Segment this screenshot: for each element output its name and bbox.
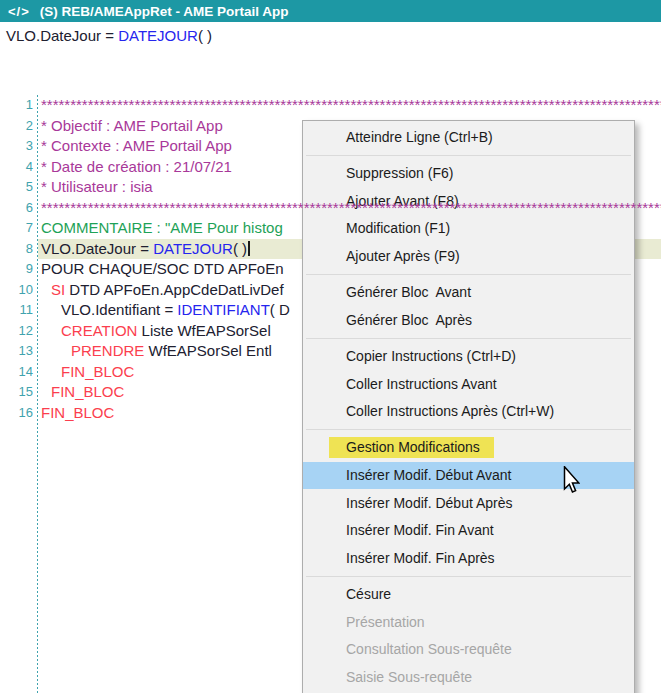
code-segment: FIN_BLOC [41, 404, 114, 421]
menu-item-inserer-modif-debut-apres[interactable]: Insérer Modif. Début Après [303, 489, 634, 517]
menu-item-label: Présentation [346, 614, 425, 630]
menu-item-inserer-modif-debut-avant[interactable]: Insérer Modif. Début Avant [303, 462, 634, 490]
menu-item-modification-f1[interactable]: Modification (F1) [303, 215, 634, 243]
code-segment: SI [51, 281, 65, 298]
code-segment: FIN_BLOC [51, 383, 124, 400]
line-number: 1 [0, 95, 33, 116]
menu-item-label: Césure [346, 586, 391, 602]
code-line-content: PRENDRE WfEAPSorSel Entl [33, 341, 272, 362]
line-number: 16 [0, 403, 33, 424]
code-segment: COMMENTAIRE : "AME Pour histog [41, 219, 283, 236]
code-line-content: FIN_BLOC [33, 382, 124, 403]
current-expression-line[interactable]: VLO.DateJour = DATEJOUR( ) [6, 26, 212, 46]
line-number: 10 [0, 280, 33, 301]
menu-item-label: Suppression (F6) [346, 165, 453, 181]
code-segment: ****************************************… [41, 199, 661, 216]
code-line-content: FIN_BLOC [33, 362, 134, 383]
menu-item-gestion-modifications[interactable]: Gestion Modifications [303, 434, 634, 462]
menu-item-consultation-sous-requete: Consultation Sous-requête [303, 636, 634, 664]
code-segment: VLO.Identifiant = [61, 301, 177, 318]
code-segment: CREATION [61, 322, 137, 339]
code-line-1[interactable]: 1***************************************… [0, 95, 661, 116]
menu-item-cesure[interactable]: Césure [303, 581, 634, 609]
code-line-content: * Date de création : 21/07/21 [33, 157, 232, 178]
menu-item-generer-bloc-avant[interactable]: Générer Bloc Avant [303, 279, 634, 307]
line-number: 4 [0, 157, 33, 178]
code-segment: POUR CHAQUE/SOC DTD APFoEn [41, 260, 284, 277]
menu-separator [306, 338, 631, 339]
code-segment: DATEJOUR [153, 240, 233, 257]
code-segment: Liste WfEAPSorSel [137, 322, 270, 339]
line-number: 9 [0, 259, 33, 280]
code-segment: ( ) [198, 27, 212, 44]
code-segment: FIN_BLOC [61, 363, 134, 380]
mouse-cursor-icon [563, 466, 580, 493]
line-number: 13 [0, 341, 33, 362]
code-segment: * Objectif : AME Portail App [41, 117, 223, 134]
code-segment: IDENTIFIANT [177, 301, 270, 318]
line-number: 14 [0, 362, 33, 383]
menu-item-inserer-modif-fin-apres[interactable]: Insérer Modif. Fin Après [303, 544, 634, 572]
window-title: (S) REB/AMEAppRet - AME Portail App [40, 4, 289, 19]
code-segment: DTD APFoEn.AppCdeDatLivDef [65, 281, 283, 298]
menu-item-coller-instructions-apres-ctrl-w[interactable]: Coller Instructions Après (Ctrl+W) [303, 398, 634, 426]
menu-item-copier-instructions-ctrl-d[interactable]: Copier Instructions (Ctrl+D) [303, 343, 634, 371]
menu-item-atteindre-ligne-ctrl-b[interactable]: Atteindre Ligne (Ctrl+B) [303, 123, 634, 151]
line-number: 3 [0, 136, 33, 157]
code-line-content: VLO.Identifiant = IDENTIFIANT( D [33, 300, 290, 321]
menu-item-label: Coller Instructions Après (Ctrl+W) [346, 403, 554, 419]
menu-separator [306, 576, 631, 577]
menu-item-saisie-sous-requete: Saisie Sous-requête [303, 663, 634, 691]
menu-item-generer-bloc-apres[interactable]: Générer Bloc Après [303, 306, 634, 334]
menu-item-label: Ajouter Après (F9) [346, 248, 460, 264]
code-line-content: FIN_BLOC [33, 403, 114, 424]
menu-item-ajouter-apres-f9[interactable]: Ajouter Après (F9) [303, 242, 634, 270]
menu-item-label: Générer Bloc Après [346, 312, 472, 328]
line-number: 12 [0, 321, 33, 342]
code-segment: * Utilisateur : isia [41, 178, 153, 195]
editor-window: </> (S) REB/AMEAppRet - AME Portail App … [0, 0, 661, 693]
menu-item-coller-instructions-avant[interactable]: Coller Instructions Avant [303, 370, 634, 398]
code-segment: VLO.DateJour = [41, 240, 153, 257]
code-segment: ( ) [233, 240, 247, 257]
menu-separator [306, 155, 631, 156]
line-number: 5 [0, 177, 33, 198]
code-line-content: ****************************************… [33, 198, 661, 219]
menu-item-label: Insérer Modif. Fin Après [346, 550, 495, 566]
menu-item-label: Atteindre Ligne (Ctrl+B) [346, 129, 493, 145]
menu-item-label: Coller Instructions Avant [346, 376, 497, 392]
code-segment: ( D [270, 301, 290, 318]
line-number: 2 [0, 116, 33, 137]
menu-item-label: Copier Instructions (Ctrl+D) [346, 348, 516, 364]
code-line-content: * Objectif : AME Portail App [33, 116, 223, 137]
menu-item-suppression-f6[interactable]: Suppression (F6) [303, 160, 634, 188]
menu-item-label: Consultation Sous-requête [346, 641, 512, 657]
code-segment: VLO.DateJour = [6, 27, 118, 44]
menu-item-label: Gestion Modifications [329, 437, 494, 458]
menu-item-label: Insérer Modif. Début Après [346, 495, 513, 511]
title-bar: </> (S) REB/AMEAppRet - AME Portail App [0, 0, 661, 22]
code-segment: ****************************************… [41, 96, 661, 113]
line-number: 8 [0, 239, 33, 260]
code-segment: WfEAPSorSel Entl [144, 342, 272, 359]
menu-separator [306, 429, 631, 430]
code-line-content: CREATION Liste WfEAPSorSel [33, 321, 271, 342]
menu-item-label: Insérer Modif. Début Avant [346, 467, 512, 483]
code-line-content: * Utilisateur : isia [33, 177, 153, 198]
line-number: 7 [0, 218, 33, 239]
code-segment: DATEJOUR [118, 27, 198, 44]
line-number: 6 [0, 198, 33, 219]
code-brackets-icon: </> [8, 4, 30, 19]
code-line-content: * Contexte : AME Portail App [33, 136, 232, 157]
menu-item-label: Modification (F1) [346, 220, 450, 236]
code-line-content: ****************************************… [33, 95, 661, 116]
menu-separator [306, 274, 631, 275]
menu-item-label: Insérer Modif. Fin Avant [346, 522, 494, 538]
text-caret [248, 241, 250, 256]
menu-item-inserer-modif-fin-avant[interactable]: Insérer Modif. Fin Avant [303, 517, 634, 545]
code-line-content: POUR CHAQUE/SOC DTD APFoEn [33, 259, 284, 280]
menu-item-label: Générer Bloc Avant [346, 284, 471, 300]
menu-item-presentation: Présentation [303, 608, 634, 636]
code-segment: PRENDRE [71, 342, 144, 359]
code-line-6[interactable]: 6***************************************… [0, 198, 661, 219]
